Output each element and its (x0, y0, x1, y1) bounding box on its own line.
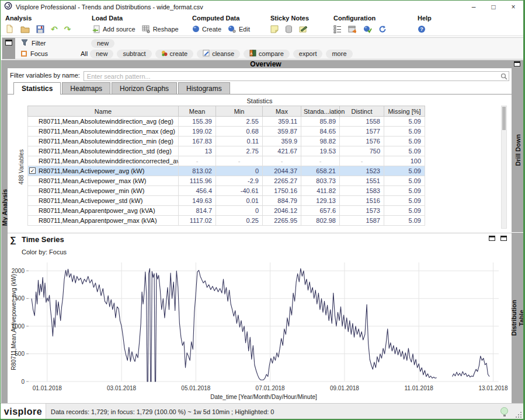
menu-analysis[interactable]: Analysis (5, 14, 79, 23)
menu-help[interactable]: Help (418, 14, 441, 23)
create-computed-button[interactable]: Create (192, 25, 221, 33)
svg-text:2000: 2000 (12, 268, 25, 274)
focus-subtract-button[interactable]: subtract (117, 50, 151, 58)
options-list-icon[interactable] (333, 25, 342, 33)
timeseries-chart[interactable]: 050010001500200001.01.201803.01.201805.0… (8, 233, 512, 404)
svg-text:03.01.2018: 03.01.2018 (107, 385, 136, 391)
redo-icon[interactable]: ↷ (64, 25, 71, 33)
table-row[interactable]: R80711,Mean,Absolutewinddirection_min (d… (28, 136, 425, 146)
apply-config-icon[interactable] (363, 25, 372, 33)
open-analysis-button[interactable] (20, 25, 30, 33)
undo-icon[interactable]: ↶ (51, 25, 58, 33)
svg-text:13.01.2018: 13.01.2018 (478, 385, 507, 391)
drill-down-tab[interactable]: Drill Down (512, 68, 524, 232)
filter-focus-bar: Filter new Focus All new subtract create… (2, 37, 524, 60)
close-button[interactable]: × (503, 1, 523, 13)
filter-new-button[interactable]: new (91, 39, 114, 48)
column-header[interactable]: Mean (179, 106, 216, 117)
reshape-button[interactable]: Reshape (142, 25, 179, 33)
minimize-button[interactable]: – (464, 1, 484, 13)
save-analysis-button[interactable] (36, 25, 44, 33)
edit-computed-button[interactable]: Edit (228, 25, 250, 33)
filter-label: Filter (32, 40, 57, 47)
overview-panel: Overview Filter variables by name: Stati… (8, 60, 524, 232)
svg-text:01.01.2018: 01.01.2018 (33, 385, 62, 391)
menu-sticky-notes[interactable]: Sticky Notes (270, 14, 321, 23)
focus-create-button[interactable]: create (155, 50, 194, 58)
column-header[interactable]: Max (263, 106, 301, 117)
delete-notes-icon[interactable] (285, 25, 293, 33)
statistics-subtitle: Statistics (8, 97, 512, 104)
menu-load-data[interactable]: Load Data (92, 14, 179, 23)
statistics-table-header: NameMeanMinMaxStanda...iationDistinctMis… (28, 106, 425, 117)
table-scrollbar-thumb[interactable] (502, 107, 506, 130)
search-icon (500, 72, 507, 82)
window-mini-icon[interactable] (5, 40, 12, 46)
filterbar-strip (2, 38, 15, 59)
menu-configuration[interactable]: Configuration (333, 14, 405, 23)
table-row[interactable]: ✓R80711,Mean,Activepower_avg (kW)813.020… (28, 166, 425, 176)
focus-compare-button[interactable]: Acompare (244, 50, 290, 58)
resize-grip[interactable] (516, 412, 521, 418)
tab-histograms[interactable]: Histograms (178, 82, 230, 94)
table-row[interactable]: R80711,Mean,Absolutewinddirection_std (d… (28, 146, 425, 156)
overview-maximize-icon[interactable] (514, 61, 520, 66)
focus-label: Focus (30, 50, 56, 57)
column-header[interactable]: Distinct (340, 106, 384, 117)
variables-count: 488 Variables (18, 106, 25, 229)
title-bar: Visplore Professional - Trends and Distr… (1, 1, 523, 13)
svg-text:07.01.2018: 07.01.2018 (256, 385, 285, 391)
focus-more-button[interactable]: more (326, 50, 352, 58)
column-header[interactable]: Standa...iation (301, 106, 340, 117)
compare-pill-icon: A (249, 50, 256, 58)
table-row[interactable]: R80711,Mean,Absolutewinddirection_max (d… (28, 127, 425, 136)
table-row[interactable]: R80711,Mean,Activepower_std (kW)149.630.… (28, 196, 425, 206)
help-icon[interactable]: ? (418, 25, 426, 33)
svg-text:11.01.2018: 11.01.2018 (405, 385, 434, 391)
svg-text:R80711,Mean,Activepower_avg (k: R80711,Mean,Activepower_avg (kW) (11, 274, 17, 370)
focus-export-button[interactable]: export (293, 50, 323, 58)
maximize-button[interactable]: □ (484, 1, 503, 13)
focus-all-label[interactable]: All (81, 50, 88, 57)
export-config-icon[interactable] (348, 25, 357, 33)
table-row[interactable]: R80711,Mean,Activepower_max (kW)1115.96-… (28, 176, 425, 186)
svg-text:Date_time [Year/Month/Day/Hour: Date_time [Year/Month/Day/Hour/Minute] (210, 394, 317, 400)
edit-note-icon[interactable] (299, 25, 308, 33)
sticky-note-icon[interactable] (270, 25, 279, 33)
drill-down-label: Drill Down (514, 134, 521, 166)
variable-search-input[interactable] (84, 71, 509, 81)
window-title: Visplore Professional - Trends and Distr… (16, 4, 203, 10)
overview-header[interactable]: Overview (8, 60, 524, 68)
svg-text:09.01.2018: 09.01.2018 (330, 385, 359, 391)
distribution-table-tab[interactable]: Distribution Table (512, 233, 524, 403)
column-header[interactable]: Min (216, 106, 263, 117)
filter-variables-label: Filter variables by name: (10, 72, 80, 79)
column-header[interactable]: Missing [%] (384, 106, 425, 117)
table-row[interactable]: R80711,Mean,Apparentpower_max (kVA)1117.… (28, 216, 425, 226)
app-logo-icon (4, 2, 12, 12)
table-row[interactable]: R80711,Mean,Activepower_min (kW)456.4-40… (28, 186, 425, 196)
filter-row: Filter new (15, 38, 524, 48)
add-source-button[interactable]: Add source (92, 25, 135, 33)
tab-statistics[interactable]: Statistics (13, 82, 61, 94)
row-checkbox[interactable]: ✓ (29, 167, 36, 174)
distribution-table-label-2: Table (518, 310, 525, 326)
tab-horizon-graphs[interactable]: Horizon Graphs (112, 82, 177, 94)
visplore-logo: visplore (1, 404, 46, 419)
table-row[interactable]: R80711,Mean,Absolutewinddirection_avg (d… (28, 117, 425, 127)
tab-heatmaps[interactable]: Heatmaps (62, 82, 110, 94)
menu-computed-data[interactable]: Computed Data (192, 14, 258, 23)
new-analysis-button[interactable] (5, 24, 14, 33)
timeseries-panel: ∑ Time Series Color by: Focus 0500100015… (8, 233, 512, 403)
focus-new-button[interactable]: new (90, 50, 113, 58)
table-scrollbar[interactable] (501, 106, 507, 229)
hint-bulb-icon[interactable] (500, 407, 508, 415)
column-header[interactable]: Name (28, 106, 179, 117)
reset-icon[interactable] (378, 25, 387, 33)
my-analysis-tab[interactable]: My Analysis (1, 176, 8, 240)
table-row[interactable]: R80711,Mean,Absolutewinddirectioncorrect… (28, 156, 425, 166)
overview-title: Overview (250, 60, 281, 68)
cleanse-pill-icon (203, 50, 210, 58)
table-row[interactable]: R80711,Mean,Apparentpower_avg (kVA)814.7… (28, 206, 425, 216)
focus-cleanse-button[interactable]: cleanse (197, 50, 240, 58)
